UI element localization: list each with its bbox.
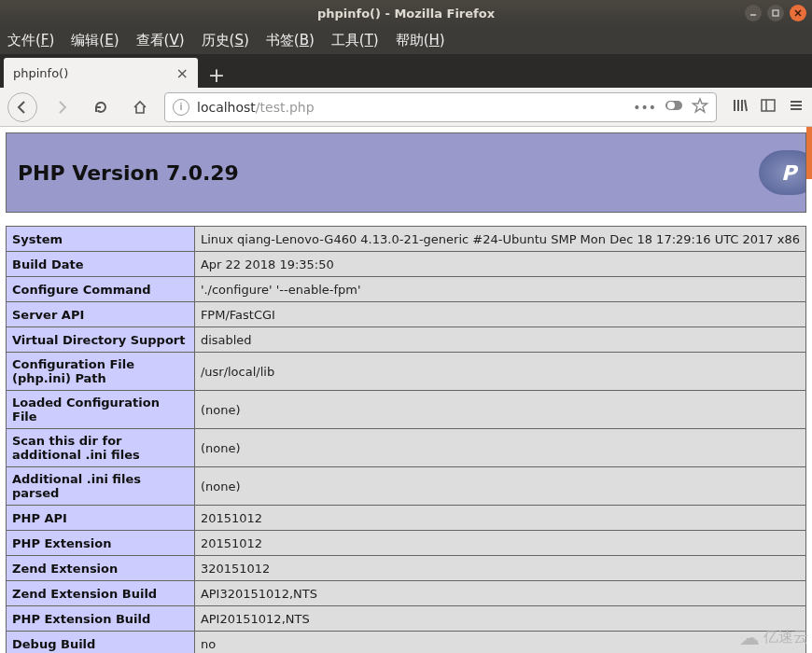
menu-bookmarks[interactable]: 书签(B) (266, 32, 315, 49)
svg-line-9 (745, 100, 747, 111)
table-value: (none) (194, 429, 805, 467)
table-row: Loaded Configuration File(none) (7, 391, 806, 429)
table-key: System (7, 227, 195, 252)
window-maximize-button[interactable] (767, 5, 784, 21)
table-value: (none) (194, 391, 805, 429)
table-row: PHP Extension BuildAPI20151012,NTS (7, 606, 806, 632)
table-row: Configuration File (php.ini) Path/usr/lo… (7, 353, 806, 391)
toolbar-right (726, 97, 805, 118)
table-row: Build DateApr 22 2018 19:35:50 (7, 252, 806, 277)
site-info-icon[interactable]: i (173, 99, 189, 116)
phpinfo-table: SystemLinux qiang-Lenovo-G460 4.13.0-21-… (6, 226, 806, 653)
table-row: Configure Command'./configure' '--enable… (7, 277, 806, 302)
table-value: API320151012,NTS (194, 581, 805, 606)
phpinfo-header: PHP Version 7.0.29 P (6, 132, 806, 213)
table-row: Server APIFPM/FastCGI (7, 302, 806, 327)
new-tab-button[interactable]: + (203, 62, 230, 88)
table-key: Debug Build (7, 632, 195, 654)
menu-file[interactable]: 文件(F) (7, 32, 54, 49)
url-path: /test.php (256, 100, 315, 115)
table-value: no (194, 632, 805, 654)
table-row: PHP API20151012 (7, 506, 806, 531)
home-button[interactable] (125, 92, 155, 122)
back-button[interactable] (7, 92, 37, 122)
table-value: Apr 22 2018 19:35:50 (194, 252, 805, 277)
tab-close-icon[interactable]: × (176, 64, 189, 82)
window-title: phpinfo() - Mozilla Firefox (317, 7, 495, 21)
window-titlebar: phpinfo() - Mozilla Firefox (0, 0, 812, 26)
table-value: 320151012 (194, 556, 805, 581)
table-value: 20151012 (194, 531, 805, 556)
phpinfo-page: PHP Version 7.0.29 P SystemLinux qiang-L… (0, 127, 812, 653)
scrollbar-thumb[interactable] (806, 127, 812, 179)
table-key: Build Date (7, 252, 195, 277)
table-key: Loaded Configuration File (7, 391, 195, 429)
table-key: Virtual Directory Support (7, 327, 195, 353)
menubar: 文件(F) 编辑(E) 查看(V) 历史(S) 书签(B) 工具(T) 帮助(H… (0, 26, 812, 54)
table-row: SystemLinux qiang-Lenovo-G460 4.13.0-21-… (7, 227, 806, 252)
sidebar-icon[interactable] (760, 97, 777, 118)
table-key: Configuration File (php.ini) Path (7, 353, 195, 391)
svg-rect-1 (773, 10, 778, 16)
table-value: disabled (194, 327, 805, 353)
table-key: Additional .ini files parsed (7, 467, 195, 506)
menu-history[interactable]: 历史(S) (202, 32, 249, 49)
table-value: FPM/FastCGI (194, 302, 805, 327)
reload-button[interactable] (86, 92, 116, 122)
browser-toolbar: i localhost/test.php ••• (0, 88, 812, 127)
table-row: PHP Extension20151012 (7, 531, 806, 556)
menu-tools[interactable]: 工具(T) (331, 32, 379, 49)
table-value: API20151012,NTS (194, 606, 805, 632)
page-actions-icon[interactable]: ••• (633, 100, 656, 115)
library-icon[interactable] (732, 97, 749, 118)
hamburger-menu-icon[interactable] (788, 97, 805, 118)
bookmark-star-icon[interactable] (692, 97, 708, 117)
table-value: Linux qiang-Lenovo-G460 4.13.0-21-generi… (194, 227, 805, 252)
php-version-title: PHP Version 7.0.29 (18, 161, 239, 185)
menu-view[interactable]: 查看(V) (136, 32, 185, 49)
menu-edit[interactable]: 编辑(E) (71, 32, 119, 49)
table-key: Scan this dir for additional .ini files (7, 429, 195, 467)
menu-help[interactable]: 帮助(H) (396, 32, 445, 49)
table-key: PHP Extension Build (7, 606, 195, 632)
svg-rect-10 (762, 100, 775, 111)
table-value: /usr/local/lib (194, 353, 805, 391)
table-row: Scan this dir for additional .ini files(… (7, 429, 806, 467)
table-row: Zend Extension BuildAPI320151012,NTS (7, 581, 806, 606)
tab-active[interactable]: phpinfo() × (4, 58, 198, 88)
table-key: Zend Extension (7, 556, 195, 581)
window-minimize-button[interactable] (745, 5, 762, 21)
window-controls (745, 5, 806, 21)
reader-mode-icon[interactable] (665, 99, 682, 115)
table-row: Debug Buildno (7, 632, 806, 654)
table-value: (none) (194, 467, 805, 506)
table-value: 20151012 (194, 506, 805, 531)
table-key: Zend Extension Build (7, 581, 195, 606)
page-viewport: PHP Version 7.0.29 P SystemLinux qiang-L… (0, 127, 812, 653)
svg-point-5 (667, 102, 675, 109)
url-bar[interactable]: i localhost/test.php ••• (164, 92, 717, 122)
table-row: Additional .ini files parsed(none) (7, 467, 806, 506)
php-logo: P (759, 150, 806, 195)
table-key: PHP Extension (7, 531, 195, 556)
forward-button[interactable] (47, 92, 77, 122)
table-key: PHP API (7, 506, 195, 531)
table-row: Zend Extension320151012 (7, 556, 806, 581)
url-host: localhost (197, 100, 256, 115)
window-close-button[interactable] (790, 5, 806, 21)
table-value: './configure' '--enable-fpm' (194, 277, 805, 302)
tab-title: phpinfo() (13, 66, 68, 80)
table-key: Server API (7, 302, 195, 327)
table-row: Virtual Directory Supportdisabled (7, 327, 806, 353)
table-key: Configure Command (7, 277, 195, 302)
tab-strip: phpinfo() × + (0, 54, 812, 88)
